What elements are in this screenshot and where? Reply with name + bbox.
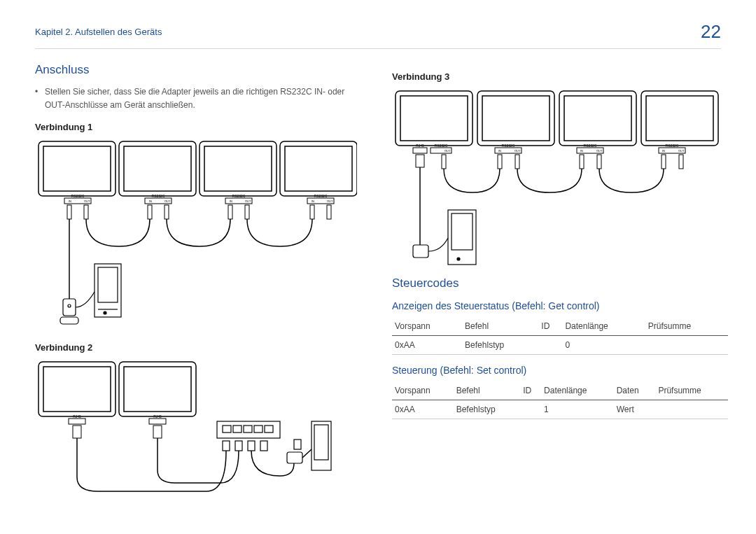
- svg-text:OUT: OUT: [444, 149, 451, 153]
- svg-rect-5: [204, 146, 272, 191]
- svg-point-99: [457, 258, 460, 260]
- svg-rect-30: [310, 205, 314, 219]
- svg-rect-68: [564, 96, 631, 141]
- svg-rect-25: [84, 205, 88, 219]
- svg-text:IN: IN: [580, 149, 583, 153]
- heading-getcontrol: Anzeigen des Steuerstatus (Befehl: Get c…: [392, 300, 728, 311]
- table-setcontrol: VorspannBefehlIDDatenlängeDatenPrüfsumme…: [392, 381, 728, 419]
- svg-rect-55: [223, 441, 230, 451]
- svg-rect-43: [69, 419, 85, 424]
- svg-rect-91: [515, 155, 519, 169]
- section-anschluss: Anschluss: [35, 63, 357, 77]
- table-getcontrol: VorspannBefehlIDDatenlängePrüfsumme 0xAA…: [392, 317, 728, 355]
- svg-rect-96: [413, 245, 428, 258]
- svg-rect-1: [43, 146, 111, 191]
- svg-rect-48: [153, 426, 162, 438]
- svg-rect-47: [73, 426, 81, 438]
- left-column: Anschluss Stellen Sie sicher, dass Sie d…: [35, 63, 357, 498]
- svg-text:IN: IN: [498, 149, 501, 153]
- svg-rect-56: [235, 441, 242, 451]
- svg-text:RJ45: RJ45: [416, 143, 424, 148]
- svg-rect-61: [314, 425, 328, 460]
- svg-text:IN: IN: [149, 199, 152, 203]
- svg-rect-3: [124, 146, 191, 191]
- svg-rect-58: [260, 441, 267, 451]
- svg-rect-70: [646, 96, 713, 141]
- svg-rect-26: [148, 205, 152, 219]
- note-text: Stellen Sie sicher, dass Sie die Adapter…: [35, 85, 357, 112]
- svg-text:IN: IN: [662, 149, 665, 153]
- svg-text:IN: IN: [230, 199, 232, 203]
- heading-verbindung3: Verbindung 3: [392, 71, 728, 82]
- diagram-verbindung3: RJ45RS232CRS232CRS232CRS232C OUTINOUTINO…: [392, 87, 728, 276]
- svg-rect-93: [597, 155, 601, 169]
- svg-text:RS232C: RS232C: [435, 143, 448, 148]
- svg-rect-44: [149, 419, 166, 424]
- svg-rect-88: [416, 155, 424, 167]
- svg-text:RS232C: RS232C: [232, 194, 246, 198]
- svg-rect-36: [98, 267, 118, 302]
- svg-text:OUT: OUT: [596, 149, 603, 153]
- svg-rect-90: [498, 155, 502, 169]
- svg-text:RS232C: RS232C: [152, 194, 165, 198]
- heading-verbindung1: Verbindung 1: [35, 122, 357, 132]
- svg-text:OUT: OUT: [514, 149, 521, 153]
- svg-rect-24: [67, 205, 71, 219]
- svg-rect-53: [254, 426, 262, 433]
- svg-text:OUT: OUT: [245, 199, 251, 203]
- svg-rect-27: [164, 205, 169, 219]
- svg-text:RJ45: RJ45: [153, 414, 162, 419]
- svg-rect-51: [233, 426, 241, 433]
- svg-rect-59: [294, 440, 301, 449]
- svg-rect-7: [285, 146, 352, 191]
- heading-verbindung2: Verbindung 2: [35, 342, 357, 353]
- svg-text:RJ45: RJ45: [73, 414, 81, 419]
- svg-text:OUT: OUT: [164, 199, 171, 203]
- diagram-verbindung1: RS232CRS232CRS232CRS232C INOUTINOUTINOUT…: [35, 138, 357, 334]
- svg-rect-29: [245, 205, 249, 219]
- svg-rect-31: [327, 205, 331, 219]
- svg-rect-66: [482, 96, 550, 141]
- svg-rect-95: [679, 155, 683, 169]
- svg-rect-89: [442, 155, 446, 169]
- svg-rect-52: [244, 426, 252, 433]
- svg-text:RS232C: RS232C: [314, 194, 328, 198]
- svg-rect-64: [400, 96, 468, 141]
- page-number: 22: [701, 21, 721, 43]
- heading-setcontrol: Steuerung (Befehl: Set control): [392, 365, 728, 376]
- svg-text:RS232C: RS232C: [584, 143, 597, 148]
- svg-rect-62: [287, 452, 302, 463]
- svg-rect-71: [413, 148, 427, 153]
- svg-rect-98: [451, 213, 472, 250]
- svg-rect-50: [223, 426, 231, 433]
- svg-text:RS232C: RS232C: [502, 143, 515, 148]
- svg-rect-28: [228, 205, 232, 219]
- section-steuercodes: Steuercodes: [392, 276, 728, 290]
- svg-rect-92: [580, 155, 584, 169]
- svg-text:OUT: OUT: [678, 149, 685, 153]
- svg-text:IN: IN: [69, 199, 71, 203]
- svg-point-33: [68, 304, 71, 307]
- chapter-label: Kapitel 2. Aufstellen des Geräts: [35, 27, 162, 37]
- svg-rect-54: [265, 426, 273, 433]
- right-column: Verbindung 3 RJ45RS232CRS232CRS232CRS232…: [392, 63, 728, 498]
- svg-text:IN: IN: [312, 199, 314, 203]
- svg-rect-40: [43, 367, 111, 412]
- svg-rect-34: [60, 317, 78, 324]
- svg-rect-94: [662, 155, 666, 169]
- svg-rect-42: [124, 367, 191, 412]
- svg-text:OUT: OUT: [327, 199, 333, 203]
- diagram-verbindung2: RJ45 RJ45: [35, 358, 357, 498]
- svg-text:RS232C: RS232C: [71, 194, 85, 198]
- svg-text:RS232C: RS232C: [666, 143, 679, 148]
- svg-rect-57: [248, 441, 255, 451]
- svg-text:OUT: OUT: [84, 199, 90, 203]
- svg-point-38: [104, 311, 106, 314]
